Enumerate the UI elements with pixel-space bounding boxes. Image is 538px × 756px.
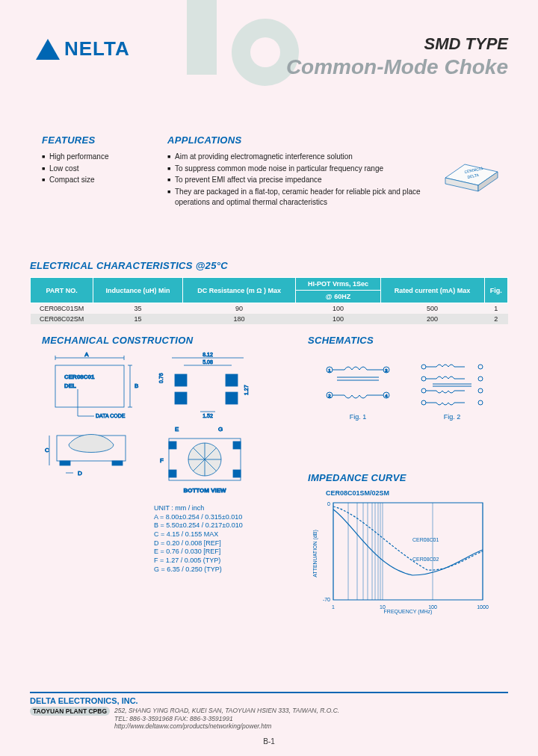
svg-text:5.08: 5.08 [202, 359, 213, 365]
svg-text:1.52: 1.52 [202, 413, 213, 418]
svg-text:CER08C01: CER08C01 [412, 537, 439, 542]
cell-ind: 35 [93, 303, 182, 315]
svg-text:ATTENUATION (dB): ATTENUATION (dB) [312, 530, 318, 577]
svg-text:10: 10 [380, 604, 386, 610]
svg-rect-22 [226, 374, 238, 386]
title-block: SMD TYPE Common-Mode Choke [286, 34, 508, 79]
th-fig: Fig. [484, 278, 507, 303]
fig1-label: Fig. 1 [350, 413, 367, 421]
title-smd-type: SMD TYPE [286, 34, 508, 54]
svg-rect-45 [233, 441, 241, 449]
title-common-mode-choke: Common-Mode Choke [286, 55, 508, 79]
svg-text:1: 1 [332, 604, 335, 610]
svg-point-64 [421, 365, 426, 369]
svg-rect-24 [226, 392, 238, 404]
th-hipot: HI-POT Vrms, 1Sec [296, 278, 380, 291]
cell-dcr: 180 [182, 314, 296, 324]
page-number: B-1 [0, 737, 538, 746]
th-part: PART NO. [31, 278, 93, 303]
table-header-row: PART NO. Inductance (uH) Min DC Resistan… [31, 278, 508, 291]
features-heading: FEATURES [42, 134, 146, 146]
unit-line: C = 4.15 / 0.155 MAX [154, 530, 288, 539]
schematic-fig2: Fig. 2 [416, 356, 488, 421]
unit-line: B = 5.50±0.254 / 0.217±0.010 [154, 521, 288, 530]
cell-fig: 2 [484, 314, 507, 324]
cell-part: CER08C01SM [31, 303, 93, 315]
svg-rect-30 [60, 461, 70, 465]
footer-addr-line: http://www.deltaww.com/products/networki… [114, 722, 339, 731]
svg-rect-21 [175, 374, 187, 386]
footer-addr-line: 252, SHANG YING ROAD, KUEI SAN, TAOYUAN … [114, 707, 339, 715]
svg-text:-70: -70 [323, 597, 330, 602]
svg-text:CER08C02: CER08C02 [412, 557, 439, 562]
schematics-section: SCHEMATICS 1 3 2 4 [308, 335, 502, 421]
svg-text:E: E [175, 426, 179, 433]
svg-text:0: 0 [327, 501, 330, 506]
application-item: To prevent EMI affect via precise impeda… [167, 175, 421, 186]
th-hipot-sub: @ 60HZ [296, 291, 380, 303]
application-item: They are packaged in a flat-top, ceramic… [167, 187, 421, 208]
unit-line: E = 0.76 / 0.030 [REF] [154, 548, 288, 557]
svg-text:C: C [45, 447, 49, 453]
svg-rect-31 [112, 461, 123, 465]
brand-logo: NELTA [36, 37, 130, 61]
unit-line: F = 1.27 / 0.005 (TYP) [154, 557, 288, 566]
footer-addr-line: TEL: 886-3-3591968 FAX: 886-3-3591991 [114, 715, 339, 723]
top-view-diagram: A B CER08C01 DEL DATA CODE [42, 352, 139, 419]
datasheet-page: NELTA SMD TYPE Common-Mode Choke FEATURE… [0, 0, 538, 756]
features-list: High performance Low cost Compact size [42, 152, 146, 186]
svg-rect-23 [175, 392, 187, 404]
unit-line: G = 6.35 / 0.250 (TYP) [154, 566, 288, 574]
svg-text:0.76: 0.76 [158, 373, 164, 383]
svg-point-71 [478, 400, 483, 405]
feature-item: Compact size [42, 175, 146, 186]
svg-point-68 [421, 388, 426, 393]
svg-point-70 [421, 400, 426, 405]
svg-text:DEL: DEL [64, 382, 76, 389]
svg-rect-44 [169, 441, 176, 449]
footprint-diagram: 8.12 5.08 0.76 1.27 1.52 [152, 352, 257, 419]
footer: DELTA ELECTRONICS, INC. TAOYUAN PLANT CP… [30, 692, 508, 731]
mech-heading: MECHANICAL CONSTRUCTION [42, 335, 288, 346]
applications-section: APPLICATIONS Aim at providing electromag… [167, 134, 421, 209]
svg-text:G: G [218, 426, 223, 433]
footer-plant-badge: TAOYUAN PLANT CPBG [30, 707, 110, 716]
th-rated: Rated current (mA) Max [380, 278, 484, 303]
table-row: CER08C01SM 35 90 100 500 1 [31, 303, 508, 315]
svg-text:100: 100 [428, 604, 437, 610]
svg-text:B: B [134, 382, 138, 389]
fig2-label: Fig. 2 [444, 413, 461, 421]
th-dcr: DC Resistance (m Ω ) Max [182, 278, 296, 303]
cell-hipot: 100 [296, 303, 380, 315]
footer-address: 252, SHANG YING ROAD, KUEI SAN, TAOYUAN … [114, 707, 339, 731]
electrical-characteristics-section: ELECTRICAL CHARACTERISTICS @25°C PART NO… [30, 260, 508, 324]
svg-text:BOTTOM VIEW: BOTTOM VIEW [183, 487, 226, 494]
impedance-chart: 0 -70 CER08C01 CER08C02 ATTENUATION (dB)… [308, 497, 495, 624]
svg-text:D: D [78, 470, 82, 477]
cell-rated: 200 [380, 314, 484, 324]
svg-text:1.27: 1.27 [244, 385, 249, 395]
cell-ind: 15 [93, 314, 182, 324]
cell-fig: 1 [484, 303, 507, 315]
schematics-heading: SCHEMATICS [308, 335, 502, 346]
table-row: CER08C02SM 15 180 100 200 2 [31, 314, 508, 324]
impedance-curve-section: IMPEDANCE CURVE CER08C01SM/02SM [308, 472, 502, 624]
fig1-icon: 1 3 2 4 [322, 356, 394, 410]
elec-heading: ELECTRICAL CHARACTERISTICS @25°C [30, 260, 508, 271]
bottom-view-diagram: E G F BOTTOM VIEW [152, 425, 257, 500]
unit-dimensions-block: UNIT : mm / inch A = 8.00±0.254 / 0.315±… [154, 504, 288, 574]
footer-company: DELTA ELECTRONICS, INC. [30, 696, 508, 705]
impedance-heading: IMPEDANCE CURVE [308, 472, 502, 483]
svg-point-69 [478, 388, 483, 393]
schematic-fig1: 1 3 2 4 Fig. 1 [322, 356, 394, 421]
features-section: FEATURES High performance Low cost Compa… [42, 134, 146, 187]
unit-line: D = 0.20 / 0.008 [REF] [154, 539, 288, 548]
th-inductance: Inductance (uH) Min [93, 278, 182, 303]
svg-text:DATA CODE: DATA CODE [96, 413, 126, 418]
feature-item: Low cost [42, 164, 146, 175]
brand-name: NELTA [64, 37, 130, 61]
delta-triangle-icon [36, 39, 60, 60]
cell-hipot: 100 [296, 314, 380, 324]
elec-table: PART NO. Inductance (uH) Min DC Resistan… [30, 277, 508, 324]
fig2-icon [416, 356, 488, 410]
